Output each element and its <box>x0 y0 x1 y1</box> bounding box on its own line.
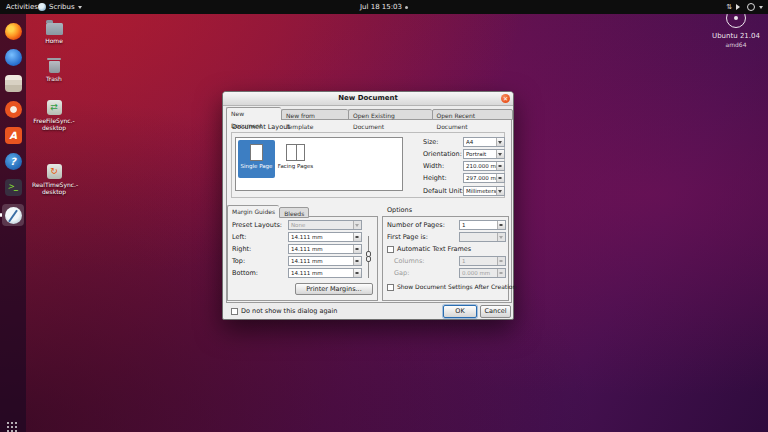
margin-right-spinner[interactable]: 14.111 mm <box>288 244 362 254</box>
distro-name: Ubuntu 21.04 <box>706 32 766 40</box>
dock-item-firefox[interactable] <box>2 20 24 42</box>
tab-new-from-template[interactable]: New from Template <box>281 109 348 120</box>
tab-bleeds[interactable]: Bleeds <box>279 207 309 218</box>
show-applications-icon[interactable] <box>7 422 9 424</box>
dock-item-files[interactable] <box>2 72 24 94</box>
spinner-buttons-icon[interactable] <box>496 162 504 170</box>
clock[interactable]: Jul 18 15:03 <box>360 0 408 14</box>
desktop-icon-freefilesync[interactable]: ⇄ FreeFileSync.-desktop <box>32 100 76 131</box>
automatic-text-frames-checkbox[interactable] <box>387 246 394 253</box>
dock: A ? >_ <box>0 14 26 432</box>
margin-top-value: 14.111 mm <box>291 257 353 265</box>
dialog-tab-bar: New Document New from Template Open Exis… <box>226 107 513 120</box>
margin-tab-bar: Margin Guides Bleeds <box>227 205 309 217</box>
tab-open-existing-document[interactable]: Open Existing Document <box>348 109 432 120</box>
height-value: 297.000 mm <box>466 174 496 182</box>
margin-right-label: Right: <box>232 244 251 254</box>
dock-item-help[interactable]: ? <box>2 150 24 172</box>
combo-arrow-icon[interactable] <box>496 138 504 146</box>
preset-layouts-select[interactable]: None <box>288 220 362 230</box>
page-layout-list[interactable]: Single Page Facing Pages <box>235 137 403 191</box>
columns-spinner[interactable]: 1 <box>459 256 506 266</box>
desktop-icon-realtimesync[interactable]: ↻ RealTimeSync.-desktop <box>32 164 76 195</box>
margin-left-spinner[interactable]: 14.111 mm <box>288 232 362 242</box>
combo-arrow-icon[interactable] <box>496 187 504 195</box>
app-menu[interactable]: Scribus <box>38 0 82 14</box>
first-page-value <box>462 233 497 241</box>
orientation-select[interactable]: Portrait <box>463 149 505 159</box>
system-tray[interactable]: ⇅ <box>726 0 763 14</box>
dock-item-rhythmbox[interactable] <box>2 98 24 120</box>
tab-new-document[interactable]: New Document <box>226 107 281 120</box>
margin-top-spinner[interactable]: 14.111 mm <box>288 256 362 266</box>
margin-right-value: 14.111 mm <box>291 245 353 253</box>
margin-bottom-label: Bottom: <box>232 268 258 278</box>
desktop-icon-home[interactable]: Home <box>32 20 76 44</box>
combo-arrow-icon[interactable] <box>496 150 504 158</box>
top-bar: Activities Scribus Jul 18 15:03 ⇅ <box>0 0 768 14</box>
first-page-select[interactable] <box>459 232 506 242</box>
first-page-label: First Page is: <box>387 232 428 242</box>
thunderbird-icon <box>5 49 22 66</box>
freefilesync-icon: ⇄ <box>47 100 62 115</box>
height-spinner[interactable]: 297.000 mm <box>463 173 505 183</box>
spinner-buttons-icon[interactable] <box>353 257 361 265</box>
link-margins-icon[interactable] <box>364 234 373 280</box>
spinner-buttons-icon[interactable] <box>353 233 361 241</box>
layout-option-single-page[interactable]: Single Page <box>238 140 275 178</box>
options-panel: Number of Pages: 1 First Page is: Automa… <box>382 216 509 301</box>
notification-icon <box>405 6 408 9</box>
activities-button[interactable]: Activities <box>6 0 38 14</box>
show-document-settings-checkbox[interactable] <box>387 284 394 291</box>
orientation-label: Orientation: <box>423 149 462 159</box>
scribus-app-icon <box>38 3 46 11</box>
realtimesync-icon: ↻ <box>47 164 62 179</box>
size-value: A4 <box>466 138 496 146</box>
printer-margins-button[interactable]: Printer Margins... <box>295 283 373 295</box>
tab-open-recent-document[interactable]: Open Recent Document <box>432 109 513 120</box>
ok-button[interactable]: OK <box>443 305 477 318</box>
default-unit-value: Millimeters (mm) <box>466 187 496 195</box>
desktop-icon-label: Home <box>32 37 76 44</box>
show-document-settings-label[interactable]: Show Document Settings After Creation <box>397 282 516 292</box>
automatic-text-frames-label[interactable]: Automatic Text Frames <box>397 244 471 254</box>
spinner-buttons-icon <box>497 257 505 265</box>
columns-label: Columns: <box>394 256 424 266</box>
dialog-title-bar[interactable]: New Document <box>223 92 513 106</box>
tab-margin-guides[interactable]: Margin Guides <box>227 205 279 218</box>
spinner-buttons-icon[interactable] <box>497 221 505 229</box>
size-select[interactable]: A4 <box>463 137 505 147</box>
margin-bottom-value: 14.111 mm <box>291 269 353 277</box>
desktop-icon-label: RealTimeSync.-desktop <box>32 181 76 195</box>
combo-arrow-icon <box>353 221 361 229</box>
desktop-icon-trash[interactable]: Trash <box>32 58 76 82</box>
layout-option-facing-pages[interactable]: Facing Pages <box>277 140 314 178</box>
combo-arrow-icon <box>497 233 505 241</box>
spinner-buttons-icon[interactable] <box>353 269 361 277</box>
gap-spinner[interactable]: 0.000 mm <box>459 268 506 278</box>
dock-item-thunderbird[interactable] <box>2 46 24 68</box>
options-group-label: Options <box>387 205 412 215</box>
close-icon[interactable]: ✕ <box>501 94 510 103</box>
spinner-buttons-icon[interactable] <box>353 245 361 253</box>
default-unit-select[interactable]: Millimeters (mm) <box>463 186 505 196</box>
default-unit-label: Default Unit: <box>423 186 464 196</box>
margin-guides-panel: Preset Layouts: None Left: 14.111 mm Rig… <box>227 216 378 301</box>
dock-item-ubuntu-software[interactable]: A <box>2 124 24 146</box>
network-icon: ⇅ <box>726 0 732 14</box>
dont-show-again-checkbox[interactable] <box>231 308 238 315</box>
trash-icon <box>49 61 60 73</box>
dock-item-scribus[interactable] <box>2 204 24 226</box>
spinner-buttons-icon[interactable] <box>496 174 504 182</box>
desktop-wallpaper: { "topbar": { "activities": "Activities"… <box>0 0 768 432</box>
dont-show-again-label[interactable]: Do not show this dialog again <box>241 306 337 316</box>
dock-item-terminal[interactable]: >_ <box>2 176 24 198</box>
width-spinner[interactable]: 210.000 mm <box>463 161 505 171</box>
tab-content: Document Layout Single Page Facing Pages… <box>226 119 512 303</box>
cancel-button[interactable]: Cancel <box>480 305 511 318</box>
margin-bottom-spinner[interactable]: 14.111 mm <box>288 268 362 278</box>
orientation-value: Portrait <box>466 150 496 158</box>
gap-value: 0.000 mm <box>462 269 497 277</box>
desktop-icon-label: FreeFileSync.-desktop <box>32 117 76 131</box>
number-of-pages-spinner[interactable]: 1 <box>459 220 506 230</box>
